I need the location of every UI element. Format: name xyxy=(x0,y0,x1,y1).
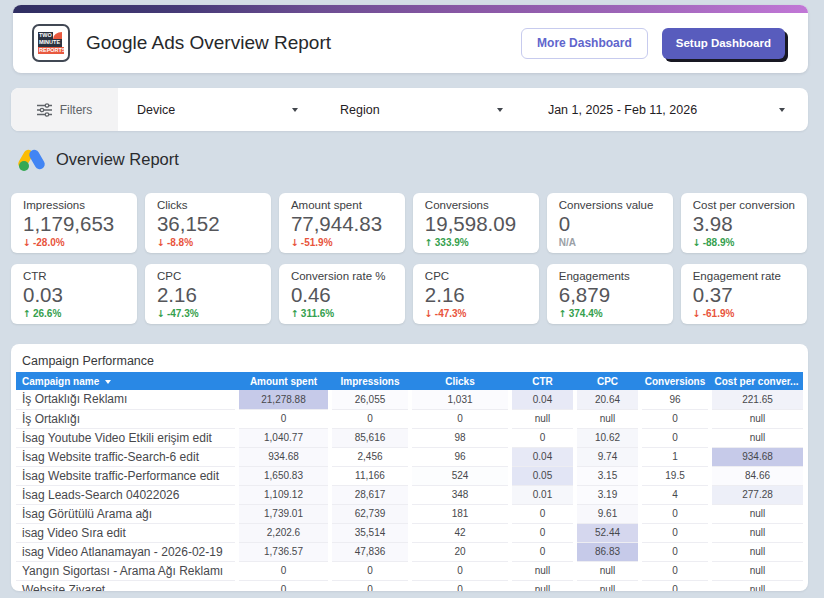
overview-section-header: Overview Report xyxy=(18,147,179,172)
table-body: İş Ortaklığı Reklamı21,278.8826,0551,031… xyxy=(16,390,803,591)
column-header[interactable]: CTR xyxy=(510,372,575,390)
value-cell: 0 xyxy=(330,580,410,591)
kpi-card: Conversion rate %0.46↑311.6% xyxy=(279,264,405,324)
kpi-label: Clicks xyxy=(157,199,259,211)
kpi-value: 6,879 xyxy=(559,283,661,307)
campaign-name-cell: Website Ziyaret xyxy=(16,580,237,591)
region-filter-dropdown[interactable]: Region xyxy=(298,103,503,117)
kpi-card: Conversions19,598.09↑333.9% xyxy=(413,193,539,253)
value-cell: 0 xyxy=(640,542,710,561)
kpi-delta: ↓-28.0% xyxy=(23,237,125,248)
table-row: İş Ortaklığı000nullnull0null xyxy=(16,409,803,428)
sort-caret-icon xyxy=(105,380,111,384)
value-cell: 21,278.88 xyxy=(237,390,330,409)
kpi-value: 77,944.83 xyxy=(291,212,393,236)
column-header[interactable]: Amount spent xyxy=(237,372,330,390)
kpi-delta: ↑311.6% xyxy=(291,308,393,319)
campaign-name-cell: İsag Website traffic-Search-6 edit xyxy=(16,447,237,466)
value-cell: 0 xyxy=(510,542,575,561)
value-cell: 1,650.83 xyxy=(237,466,330,485)
value-cell: 0.01 xyxy=(510,485,575,504)
arrow-up-icon: ↑ xyxy=(559,308,567,319)
filter-bar: Filters Device Region Jan 1, 2025 - Feb … xyxy=(11,88,808,131)
header-card: TWO MINUTE REPORTS Google Ads Overview R… xyxy=(13,5,808,73)
logo-line1: TWO xyxy=(38,32,53,39)
kpi-card: CPC2.16↓-47.3% xyxy=(413,264,539,324)
more-dashboard-button[interactable]: More Dashboard xyxy=(521,28,648,59)
value-cell: 96 xyxy=(410,447,510,466)
date-range-dropdown[interactable]: Jan 1, 2025 - Feb 11, 2026 xyxy=(503,103,808,117)
kpi-label: Conversions value xyxy=(559,199,661,211)
table-row: Website Ziyaret000nullnull0null xyxy=(16,580,803,591)
kpi-label: Impressions xyxy=(23,199,125,211)
arrow-down-icon: ↓ xyxy=(157,308,165,319)
date-range-label: Jan 1, 2025 - Feb 11, 2026 xyxy=(548,103,697,117)
arrow-down-icon: ↓ xyxy=(291,237,299,248)
region-filter-label: Region xyxy=(340,103,380,117)
kpi-label: CTR xyxy=(23,270,125,282)
value-cell: 3.15 xyxy=(575,466,640,485)
value-cell: 20 xyxy=(410,542,510,561)
value-cell: 62,739 xyxy=(330,504,410,523)
value-cell: 42 xyxy=(410,523,510,542)
device-filter-dropdown[interactable]: Device xyxy=(118,103,298,117)
value-cell: 0 xyxy=(640,523,710,542)
value-cell: 0 xyxy=(640,409,710,428)
table-title: Campaign Performance xyxy=(22,354,803,368)
value-cell: 1,040.77 xyxy=(237,428,330,447)
campaign-name-cell: İsag Görütülü Arama ağı xyxy=(16,504,237,523)
kpi-label: Amount spent xyxy=(291,199,393,211)
value-cell: 934.68 xyxy=(710,447,803,466)
column-header[interactable]: Conversions xyxy=(640,372,710,390)
kpi-value: 1,179,653 xyxy=(23,212,125,236)
arrow-down-icon: ↓ xyxy=(157,237,165,248)
value-cell: 0 xyxy=(410,409,510,428)
kpi-value: 2.16 xyxy=(425,283,527,307)
column-header[interactable]: CPC xyxy=(575,372,640,390)
column-header[interactable]: Cost per conver... xyxy=(710,372,803,390)
kpi-value: 0.37 xyxy=(693,283,795,307)
value-cell: null xyxy=(710,428,803,447)
value-cell: 0 xyxy=(410,580,510,591)
value-cell: 3.19 xyxy=(575,485,640,504)
kpi-label: CPC xyxy=(425,270,527,282)
campaign-name-cell: İsag Website traffic-Performance edit xyxy=(16,466,237,485)
value-cell: null xyxy=(710,504,803,523)
kpi-card: CTR0.03↑26.6% xyxy=(11,264,137,324)
kpi-label: Engagements xyxy=(559,270,661,282)
logo-line3: REPORTS xyxy=(38,47,64,54)
kpi-label: Conversions xyxy=(425,199,527,211)
setup-dashboard-button[interactable]: Setup Dashboard xyxy=(662,28,785,59)
two-minute-reports-logo: TWO MINUTE REPORTS xyxy=(32,24,70,62)
kpi-delta: ↑374.4% xyxy=(559,308,661,319)
column-header[interactable]: Campaign name xyxy=(16,372,237,390)
kpi-card: Impressions1,179,653↓-28.0% xyxy=(11,193,137,253)
column-header[interactable]: Impressions xyxy=(330,372,410,390)
kpi-card: Engagement rate0.37↓-61.9% xyxy=(681,264,807,324)
kpi-card: Clicks36,152↓-8.8% xyxy=(145,193,271,253)
column-header[interactable]: Clicks xyxy=(410,372,510,390)
value-cell: 0 xyxy=(510,504,575,523)
value-cell: 2,202.6 xyxy=(237,523,330,542)
value-cell: 2,456 xyxy=(330,447,410,466)
value-cell: 19.5 xyxy=(640,466,710,485)
campaign-name-cell: İş Ortaklığı xyxy=(16,409,237,428)
value-cell: 9.74 xyxy=(575,447,640,466)
kpi-value: 19,598.09 xyxy=(425,212,527,236)
value-cell: 0 xyxy=(237,561,330,580)
table-row: İsag Leads-Search 040220261,109.1228,617… xyxy=(16,485,803,504)
value-cell: 84.66 xyxy=(710,466,803,485)
value-cell: 98 xyxy=(410,428,510,447)
kpi-value: 3.98 xyxy=(693,212,795,236)
kpi-delta: N/A xyxy=(559,237,661,248)
arrow-down-icon: ↓ xyxy=(23,237,31,248)
overview-section-title: Overview Report xyxy=(56,150,179,169)
value-cell: 0.05 xyxy=(510,466,575,485)
value-cell: 934.68 xyxy=(237,447,330,466)
filters-label: Filters xyxy=(60,103,93,117)
value-cell: 28,617 xyxy=(330,485,410,504)
value-cell: 221.65 xyxy=(710,390,803,409)
value-cell: 10.62 xyxy=(575,428,640,447)
value-cell: 0 xyxy=(640,561,710,580)
value-cell: 35,514 xyxy=(330,523,410,542)
